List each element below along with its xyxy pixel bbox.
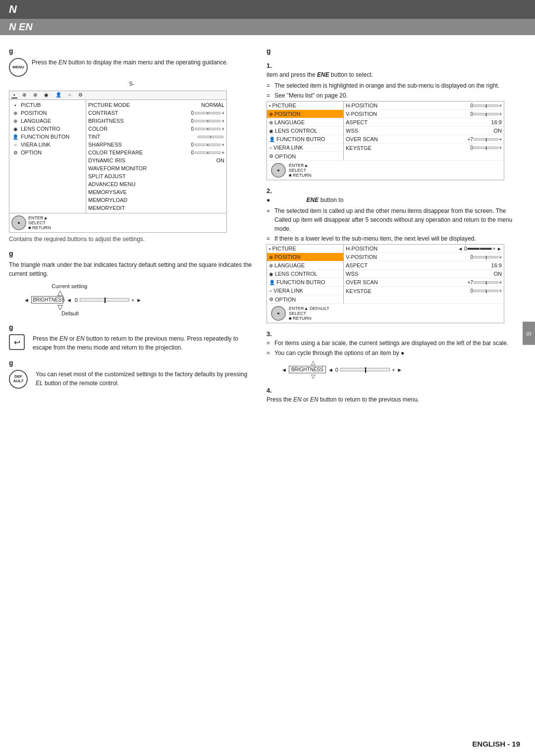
enter-btn-mb2[interactable]: ● — [271, 306, 286, 321]
default-label: Default — [61, 310, 79, 316]
step1-text: item and press the ENE button to select. — [267, 70, 524, 79]
enter-btn-mb1[interactable]: ● — [271, 163, 286, 178]
contains-text: Contains the required buttons to adjust … — [9, 236, 255, 243]
step1-num: 1. — [267, 62, 524, 69]
step1-bullet2: See "Menu list" on page 20. — [267, 91, 524, 100]
current-setting-label: Current setting — [52, 283, 87, 289]
menu-item-language: LANGUAGE — [21, 118, 51, 124]
tab7: ⚙ — [76, 92, 85, 99]
enter-label-1: ENTER▲ — [28, 215, 51, 220]
s-label: S- — [9, 81, 255, 87]
mb2-item-language: LANGUAGE — [274, 262, 305, 268]
header-n: N — [0, 0, 535, 19]
header-n-en: N EN — [0, 19, 535, 35]
menu-item-func: FUNCTION BUTON — [21, 134, 69, 140]
step4-text: Press the EN or EN button to return to t… — [267, 395, 524, 404]
arrow-left-1: ◄ — [24, 297, 29, 303]
triangle-up: △ — [57, 289, 63, 296]
step3-brightness-label: BRIGHTNESS — [289, 366, 326, 373]
footer-text: ENGLISH - 19 — [472, 740, 520, 748]
right-section-heading: g — [267, 47, 524, 55]
menu-item-position: POSITION — [21, 110, 47, 116]
mb2-item-position: POSITION — [274, 254, 301, 260]
mb1-item-language: LANGUAGE — [274, 119, 305, 125]
triangle-down: ▽ — [57, 303, 63, 310]
step3-num: 3. — [267, 330, 524, 338]
section1-heading: g — [9, 47, 255, 55]
section2-text: The triangle mark under the bar indicate… — [9, 260, 255, 278]
mb2-item-picture: PICTURE — [272, 246, 296, 252]
return-icon: ↩ — [9, 334, 25, 350]
section3-heading: g — [9, 323, 255, 331]
mb2-item-func: FUNCTION BUTRO — [276, 279, 325, 285]
tab4: ◉ — [42, 92, 51, 99]
section3-text: Press the EN or EN button to return to t… — [33, 334, 255, 352]
section2-heading: g — [9, 250, 255, 257]
menu-box-1: ▪PICTURE ⊕POSITION ⊕LANGUAGE ◉LENS CONTR… — [267, 101, 504, 180]
tab5: 👤 — [54, 92, 63, 99]
brightness-label-1: BRIGHTNESS — [31, 296, 63, 303]
brightness-bar — [80, 298, 129, 302]
en-italic-1: EN — [58, 59, 67, 66]
left-column: g MENU Press the EN button to display th… — [9, 35, 267, 406]
mb1-item-picture: PICTURE — [272, 102, 296, 108]
mb2-item-option: OPTION — [275, 297, 296, 302]
section4-text: You can reset most of the customized set… — [36, 370, 255, 388]
step2-text: ● ENE button to — [267, 196, 524, 204]
section4-heading: g — [9, 359, 255, 367]
step3-bullet1: For items using a bar scale, the current… — [267, 339, 524, 348]
tab6: ○ — [66, 92, 73, 99]
menu-item-pictub: PICTUB — [21, 102, 41, 108]
tab1: ▪ — [11, 92, 17, 99]
mb1-item-func: FUNCTION BUTRO — [276, 136, 325, 142]
menu-item-lens: LENS CONTRO — [21, 126, 60, 132]
step2-bullet1: The selected item is called up and the o… — [267, 206, 524, 233]
select-label-1: SELECT — [28, 220, 51, 225]
step1-bullet1: The selected item is highlighted in oran… — [267, 81, 524, 90]
main-menu-diagram: ▪ ⊕ ⊕ ◉ 👤 ○ ⚙ ▪PICTUB ⊕POSITION ⊕LANGUAG… — [9, 91, 227, 233]
mb1-item-position: POSITION — [274, 111, 301, 117]
header-n-en-label: N EN — [9, 21, 33, 32]
step3-arrow-left: ◄ — [281, 367, 287, 373]
return-label-1: ■ RETURN — [28, 225, 51, 230]
mb1-item-viera: VIERA LINK — [273, 145, 303, 151]
side-tab: S — [523, 322, 535, 345]
section1-text: Press the EN button to display the main … — [32, 58, 228, 67]
tab2: ⊕ — [20, 92, 28, 99]
menu-item-viera: VIERA LINK — [21, 142, 51, 148]
right-column: g 1. item and press the ENE button to se… — [267, 35, 524, 406]
mb2-item-lens: LENS CONTROL — [275, 271, 318, 277]
step2-bullet2: If there is a lower level to the sub-men… — [267, 234, 524, 243]
menu-item-option: OPTION — [21, 150, 42, 155]
default-icon: DEFAULT — [9, 370, 28, 389]
enter-btn-1[interactable]: ● — [11, 215, 26, 230]
tab3: ⊕ — [31, 92, 39, 99]
mb2-item-viera: VIERA LINK — [273, 288, 303, 294]
mb1-item-option: OPTION — [275, 153, 296, 159]
step4-num: 4. — [267, 387, 524, 394]
menu-box-2: ▪PICTURE ⊕POSITION ⊕LANGUAGE ◉LENS CONTR… — [267, 244, 504, 323]
header-n-label: N — [9, 3, 17, 15]
mb1-item-lens: LENS CONTROL — [275, 128, 318, 134]
step3-bullet2: You can cycle through the options of an … — [267, 349, 524, 357]
step2-num: 2. — [267, 187, 524, 195]
menu-icon: MENU — [9, 58, 28, 77]
step3-bar — [340, 368, 390, 371]
